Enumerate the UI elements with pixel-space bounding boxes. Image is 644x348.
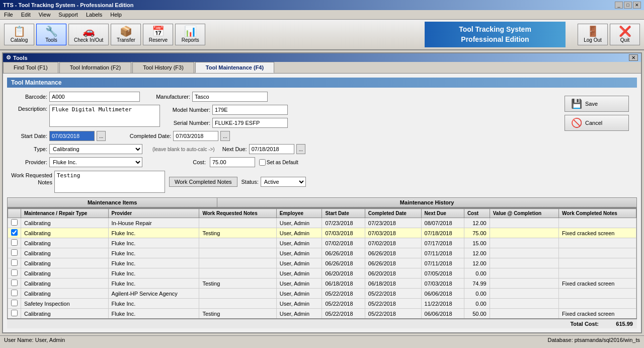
work-requested-row: Work RequestedNotes Testing bbox=[7, 171, 165, 193]
row-employee: User, Admin bbox=[276, 248, 322, 258]
manufacturer-input[interactable] bbox=[192, 92, 268, 102]
work-requested-label: Work RequestedNotes bbox=[7, 171, 52, 186]
reserve-label: Reserve bbox=[149, 37, 168, 43]
row-provider: Fluke Inc. bbox=[108, 309, 199, 319]
cancel-button[interactable]: 🚫 Cancel bbox=[565, 115, 629, 131]
start-date-picker-button[interactable]: ... bbox=[97, 131, 106, 141]
description-textarea[interactable]: Fluke Digital Multimeter bbox=[49, 105, 160, 127]
row-checkbox[interactable] bbox=[11, 290, 18, 296]
row-employee: User, Admin bbox=[276, 289, 322, 299]
completed-date-row: Completed Date: ... bbox=[116, 131, 229, 141]
status-select[interactable]: Active Inactive bbox=[261, 177, 306, 187]
table-row[interactable]: Calibrating Fluke Inc. Testing User, Adm… bbox=[8, 228, 636, 238]
window-title-bar: ⚙ Tools ✕ bbox=[3, 53, 641, 62]
table-row[interactable]: Calibrating Fluke Inc. User, Admin 06/20… bbox=[8, 268, 636, 279]
close-button[interactable]: ✕ bbox=[633, 2, 641, 9]
table-row[interactable]: Calibrating In-House Repair User, Admin … bbox=[8, 218, 636, 228]
row-cost: 0.00 bbox=[464, 268, 490, 279]
tab-tool-maintenance[interactable]: Tool Maintenance (F4) bbox=[195, 62, 274, 73]
col-cost[interactable]: Cost bbox=[464, 209, 490, 218]
menu-labels[interactable]: Labels bbox=[84, 11, 104, 18]
table-row[interactable]: Calibrating Fluke Inc. User, Admin 06/26… bbox=[8, 258, 636, 268]
provider-row: Provider: Fluke Inc. In-House Repair Agi… bbox=[7, 157, 142, 167]
menu-edit[interactable]: Edit bbox=[19, 11, 33, 18]
col-next-due[interactable]: Next Due bbox=[421, 209, 464, 218]
status-database: Database: ptsamanda/sql2016/win_ts bbox=[548, 337, 640, 343]
barcode-input[interactable] bbox=[49, 92, 140, 102]
row-type: Calibrating bbox=[21, 289, 109, 299]
row-work-req bbox=[199, 268, 276, 279]
row-start: 06/26/2018 bbox=[322, 248, 365, 258]
save-button[interactable]: 💾 Save bbox=[565, 96, 629, 112]
row-checkbox-cell bbox=[8, 248, 21, 258]
row-checkbox[interactable] bbox=[11, 269, 18, 276]
col-work-req[interactable]: Work Requested Notes bbox=[199, 209, 276, 218]
start-date-input[interactable] bbox=[49, 131, 95, 141]
table-row[interactable]: Safetey Inspection Fluke Inc. User, Admi… bbox=[8, 299, 636, 309]
quit-button[interactable]: ❌ Quit bbox=[610, 24, 640, 45]
row-checkbox[interactable] bbox=[11, 249, 18, 256]
menu-file[interactable]: File bbox=[2, 11, 15, 18]
table-row[interactable]: Calibrating Fluke Inc. User, Admin 06/26… bbox=[8, 248, 636, 258]
next-due-input[interactable] bbox=[249, 144, 294, 154]
col-value[interactable]: Value @ Completion bbox=[490, 209, 558, 218]
next-due-picker-button[interactable]: ... bbox=[296, 144, 305, 154]
minimize-button[interactable]: _ bbox=[615, 2, 623, 9]
row-provider: Fluke Inc. bbox=[108, 238, 199, 248]
table-row[interactable]: Calibrating Fluke Inc. Testing User, Adm… bbox=[8, 279, 636, 289]
type-row: Type: Calibrating Safety Inspection Repa… bbox=[7, 144, 142, 154]
model-number-input[interactable] bbox=[212, 105, 288, 115]
row-checkbox[interactable] bbox=[11, 300, 18, 306]
completed-date-input[interactable] bbox=[173, 131, 218, 141]
col-completed[interactable]: Completed Date bbox=[365, 209, 421, 218]
status-row: Status: Active Inactive bbox=[242, 177, 306, 187]
transfer-icon: 📦 bbox=[120, 26, 132, 36]
col-start[interactable]: Start Date bbox=[322, 209, 365, 218]
row-checkbox[interactable] bbox=[11, 229, 18, 236]
completed-date-picker-button[interactable]: ... bbox=[220, 131, 229, 141]
logout-button[interactable]: 🚪 Log Out bbox=[578, 24, 608, 45]
col-type[interactable]: Maintenance / Repair Type bbox=[21, 209, 109, 218]
table-row[interactable]: Calibrating Fluke Inc. Testing User, Adm… bbox=[8, 309, 636, 319]
row-cost: 12.00 bbox=[464, 258, 490, 268]
catalog-label: Catalog bbox=[11, 37, 28, 43]
set-as-default-checkbox[interactable] bbox=[259, 159, 266, 166]
cost-input[interactable] bbox=[210, 157, 255, 167]
col-employee[interactable]: Employee bbox=[276, 209, 322, 218]
col-work-comp[interactable]: Work Completed Notes bbox=[558, 209, 636, 218]
row-checkbox[interactable] bbox=[11, 239, 18, 246]
serial-number-input[interactable] bbox=[212, 118, 288, 128]
table-row[interactable]: Calibrating Fluke Inc. User, Admin 07/02… bbox=[8, 238, 636, 248]
transfer-button[interactable]: 📦 Transfer bbox=[111, 24, 141, 45]
catalog-button[interactable]: 📋 Catalog bbox=[4, 24, 34, 45]
description-row: Description: Fluke Digital Multimeter bbox=[7, 105, 160, 128]
type-select[interactable]: Calibrating Safety Inspection Repair bbox=[49, 144, 142, 154]
tab-tool-history[interactable]: Tool History (F3) bbox=[132, 62, 194, 73]
row-provider: Fluke Inc. bbox=[108, 258, 199, 268]
checkinout-button[interactable]: 🚗 Check In/Out bbox=[68, 24, 109, 45]
row-checkbox[interactable] bbox=[11, 259, 18, 266]
reserve-button[interactable]: 📅 Reserve bbox=[143, 24, 173, 45]
row-checkbox[interactable] bbox=[11, 219, 18, 226]
reports-button[interactable]: 📊 Reports bbox=[175, 24, 205, 45]
window-close-button[interactable]: ✕ bbox=[629, 54, 638, 61]
maintenance-items-tab[interactable]: Maintenance Items bbox=[8, 198, 217, 207]
work-completed-notes-button[interactable]: Work Completed Notes bbox=[169, 177, 237, 187]
maintenance-history-tab[interactable]: Maintenance History bbox=[217, 198, 636, 207]
tab-find-tool[interactable]: Find Tool (F1) bbox=[3, 62, 58, 73]
title-bar-text: TTS - Tool Tracking System - Professiona… bbox=[3, 2, 134, 8]
work-requested-textarea[interactable]: Testing bbox=[54, 171, 165, 193]
col-provider[interactable]: Provider bbox=[108, 209, 199, 218]
tab-tool-info[interactable]: Tool Information (F2) bbox=[59, 62, 131, 73]
maximize-button[interactable]: □ bbox=[624, 2, 632, 9]
table-row[interactable]: Calibrating Agilent-HP Service Agency Us… bbox=[8, 289, 636, 299]
row-checkbox[interactable] bbox=[11, 280, 18, 286]
menu-support[interactable]: Support bbox=[56, 11, 80, 18]
data-table-container[interactable]: Maintenance / Repair Type Provider Work … bbox=[7, 208, 637, 319]
menu-view[interactable]: View bbox=[37, 11, 53, 18]
checkinout-icon: 🚗 bbox=[83, 26, 95, 36]
menu-help[interactable]: Help bbox=[108, 11, 124, 18]
provider-select[interactable]: Fluke Inc. In-House Repair Agilent-HP Se… bbox=[49, 157, 142, 167]
tools-button[interactable]: 🔧 Tools bbox=[36, 24, 66, 45]
row-checkbox[interactable] bbox=[11, 310, 18, 316]
